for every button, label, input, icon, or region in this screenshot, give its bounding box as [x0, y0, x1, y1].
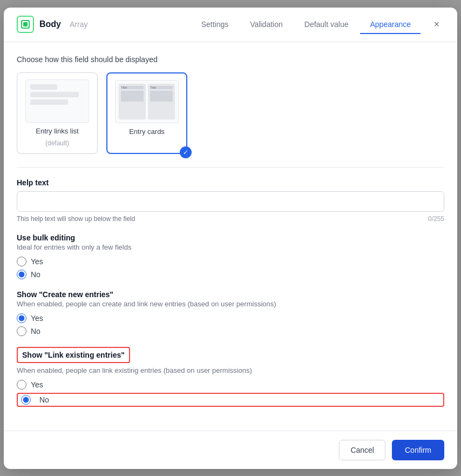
link-entries-yes-radio[interactable] [17, 380, 26, 390]
create-entries-no-label: No [31, 327, 40, 336]
logo-inner [21, 20, 30, 29]
confirm-button[interactable]: Confirm [392, 440, 444, 460]
create-entries-options: Yes No [17, 313, 444, 336]
create-entries-yes-radio[interactable] [17, 313, 26, 323]
create-entries-no-radio[interactable] [17, 326, 26, 336]
bulk-editing-no[interactable]: No [17, 270, 444, 279]
entry-links-list-label: Entry links list [36, 127, 78, 135]
create-entries-section: Show "Create new entries" When enabled, … [17, 290, 444, 336]
bulk-editing-yes-radio[interactable] [17, 257, 26, 266]
field-type: Array [70, 20, 87, 29]
mini-card-body-1 [121, 91, 144, 102]
header-nav: Settings Validation Default value Appear… [192, 16, 421, 33]
preview-row-1 [30, 84, 57, 90]
entry-links-list-preview [25, 79, 89, 123]
modal-body: Choose how this field should be displaye… [4, 42, 457, 431]
display-options: Entry links list (default) Title Title E… [17, 72, 444, 154]
mini-card-body-2 [150, 91, 173, 102]
bulk-editing-desc: Ideal for entries with only a few fields [17, 243, 444, 251]
entry-links-list-default: (default) [45, 139, 69, 147]
link-entries-title: Show "Link existing entries" [22, 351, 125, 359]
entry-cards-label: Entry cards [129, 128, 165, 136]
link-entries-yes-label: Yes [31, 380, 43, 389]
tab-settings[interactable]: Settings [192, 16, 239, 34]
help-text-label: Help text [17, 178, 444, 187]
help-text-section: Help text This help text will show up be… [17, 178, 444, 223]
bulk-editing-yes[interactable]: Yes [17, 257, 444, 266]
close-button[interactable]: × [429, 17, 444, 32]
header-left: Body Array [17, 16, 87, 33]
modal-header: Body Array Settings Validation Default v… [4, 8, 457, 42]
contentful-logo-icon [17, 16, 34, 33]
bulk-editing-yes-label: Yes [31, 257, 43, 266]
bulk-editing-title: Use bulk editing [17, 233, 444, 242]
link-entries-desc: When enabled, people can link existing e… [17, 366, 444, 374]
tab-appearance[interactable]: Appearance [360, 16, 421, 34]
create-entries-yes-label: Yes [31, 314, 43, 323]
help-text-input[interactable] [17, 191, 444, 212]
bulk-editing-section: Use bulk editing Ideal for entries with … [17, 233, 444, 279]
help-text-hint-row: This help text will show up below the fi… [17, 215, 444, 223]
link-entries-no-label: No [39, 395, 49, 404]
entry-cards-preview: Title Title [115, 80, 179, 123]
mini-card-1: Title [119, 84, 146, 119]
create-entries-desc: When enabled, people can create and link… [17, 300, 444, 308]
link-entries-no-radio[interactable] [21, 395, 31, 405]
selected-check-icon: ✓ [180, 146, 192, 158]
tab-default-value[interactable]: Default value [295, 16, 358, 34]
help-text-char-count: 0/255 [428, 215, 444, 223]
link-entries-yes[interactable]: Yes [17, 380, 444, 390]
choose-display-label: Choose how this field should be displaye… [17, 55, 444, 64]
mini-card-title-1: Title [121, 86, 144, 89]
help-text-hint: This help text will show up below the fi… [17, 215, 135, 223]
divider-1 [17, 167, 444, 167]
create-entries-no[interactable]: No [17, 326, 444, 336]
bulk-editing-options: Yes No [17, 257, 444, 279]
create-entries-title: Show "Create new entries" [17, 290, 444, 299]
cancel-button[interactable]: Cancel [339, 440, 385, 460]
mini-card-2: Title [148, 84, 175, 119]
preview-row-3 [30, 99, 68, 105]
mini-card-title-2: Title [150, 86, 173, 89]
create-entries-yes[interactable]: Yes [17, 313, 444, 323]
tab-validation[interactable]: Validation [240, 16, 292, 34]
field-name: Body [39, 19, 61, 29]
bulk-editing-no-label: No [31, 270, 40, 279]
display-option-entry-links-list[interactable]: Entry links list (default) [17, 72, 98, 154]
modal-footer: Cancel Confirm [4, 431, 457, 469]
modal-dialog: Body Array Settings Validation Default v… [4, 8, 457, 469]
link-entries-options: Yes No [17, 380, 444, 407]
display-option-entry-cards[interactable]: Title Title Entry cards ✓ [106, 72, 187, 154]
link-entries-no[interactable]: No [17, 393, 444, 407]
bulk-editing-no-radio[interactable] [17, 270, 26, 279]
preview-row-2 [30, 92, 79, 97]
link-entries-section: Show "Link existing entries" When enable… [17, 347, 444, 407]
